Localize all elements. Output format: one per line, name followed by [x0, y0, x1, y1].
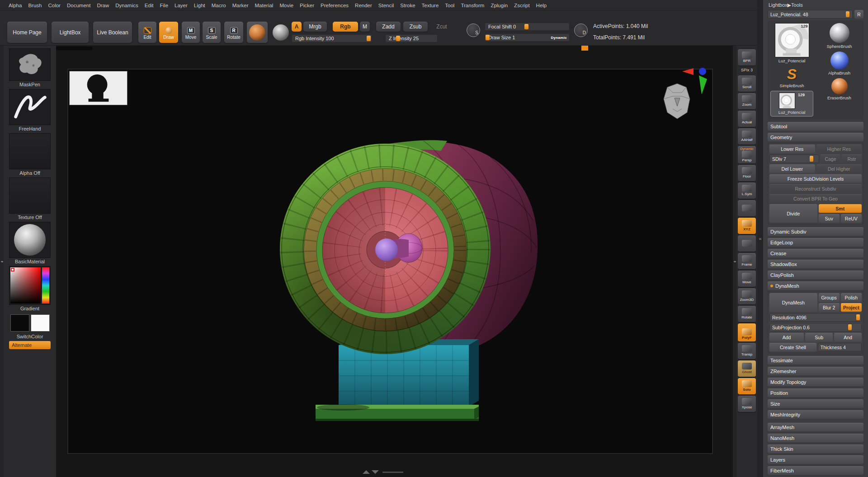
canvas-shelf-divider[interactable]: ◂▸	[733, 46, 736, 477]
section-crease[interactable]: Crease	[768, 249, 863, 257]
shelf-xyz[interactable]: XYZ	[738, 218, 756, 234]
shelf-zoom3d[interactable]: Zoom3D	[738, 288, 756, 304]
shelf-solo[interactable]: Solo	[738, 378, 756, 394]
shelf-spin-icon[interactable]	[738, 235, 756, 252]
and-toggle[interactable]: And	[834, 333, 862, 341]
lower-res-button[interactable]: Lower Res	[769, 145, 815, 153]
menu-transform[interactable]: Transform	[458, 3, 487, 8]
section-position[interactable]: Position	[768, 388, 863, 397]
shelf-aahalf[interactable]: AAHalf	[738, 128, 756, 145]
shelf-actual[interactable]: Actual	[738, 111, 756, 127]
section-thick-skin[interactable]: Thick Skin	[768, 444, 863, 453]
shelf-zoom[interactable]: Zoom	[738, 93, 756, 109]
rstr-button[interactable]: Rstr	[842, 154, 862, 163]
tool-item-alphabrush[interactable]: AlphaBrush	[818, 51, 861, 75]
menu-texture[interactable]: Texture	[419, 3, 442, 8]
section-geometry[interactable]: Geometry	[768, 133, 863, 141]
menu-color[interactable]: Color	[45, 3, 63, 8]
higher-res-button[interactable]: Higher Res	[816, 145, 862, 153]
alpha-picker[interactable]: Alpha Off	[9, 133, 51, 178]
rgb-button[interactable]: Rgb	[333, 22, 358, 32]
zcut-button[interactable]: Zcut	[430, 22, 453, 32]
section-tessimate[interactable]: Tessimate	[768, 356, 863, 365]
menu-picker[interactable]: Picker	[297, 3, 317, 8]
menu-render[interactable]: Render	[352, 3, 375, 8]
thickness-slider[interactable]: Thickness 4	[818, 343, 862, 351]
section-layers[interactable]: Layers	[768, 455, 863, 464]
tool-item-spherebrush[interactable]: SphereBrush	[818, 23, 861, 49]
tool-item-current-luz-potencial[interactable]: 129 Luz_Potencial	[770, 23, 813, 63]
section-zremesher[interactable]: ZRemesher	[768, 367, 863, 375]
menu-tool[interactable]: Tool	[442, 3, 458, 8]
a-toggle[interactable]: A	[292, 22, 302, 32]
menu-macro[interactable]: Macro	[208, 3, 229, 8]
section-nanomesh[interactable]: NanoMesh	[768, 434, 863, 442]
document-preview[interactable]	[69, 71, 127, 105]
dynamesh-button[interactable]: DynaMesh	[769, 293, 817, 312]
shelf-scroll[interactable]: Scroll	[738, 75, 756, 92]
tool-item-eraserbrush[interactable]: EraserBrush	[818, 78, 861, 100]
depth-curve-icon[interactable]: D	[574, 23, 588, 37]
section-arraymesh[interactable]: ArrayMesh	[768, 423, 863, 431]
reconstruct-subdiv-button[interactable]: Reconstruct Subdiv	[769, 184, 862, 193]
switch-color[interactable]: SwitchColor	[9, 313, 51, 341]
menu-preferences[interactable]: Preferences	[317, 3, 352, 8]
mrgb-button[interactable]: Mrgb	[303, 22, 327, 32]
shelf-rotate[interactable]: Rotate	[738, 306, 756, 322]
section-modify-topology[interactable]: Modify Topology	[768, 378, 863, 386]
project-toggle[interactable]: Project	[841, 303, 862, 312]
secondary-color-swatch[interactable]	[31, 314, 50, 332]
tool-item-simplebrush[interactable]: S SimpleBrush	[770, 66, 813, 88]
home-page-button[interactable]: Home Page	[7, 22, 47, 43]
live-boolean-button[interactable]: Live Boolean	[93, 22, 132, 43]
shelf-floor[interactable]: Floor	[738, 165, 756, 181]
shelf-xpose[interactable]: Xpose	[738, 396, 756, 412]
stroke-curve-icon[interactable]: S	[467, 23, 480, 37]
section-edgeloop[interactable]: EdgeLoop	[768, 238, 863, 247]
stroke-picker-maskpen[interactable]: MaskPen	[9, 48, 51, 89]
canvas-viewport[interactable]	[56, 46, 733, 477]
focal-shift-slider[interactable]: Focal Shift 0	[485, 23, 570, 31]
color-picker[interactable]: Gradient	[9, 266, 51, 313]
menu-material[interactable]: Material	[252, 3, 277, 8]
section-dynamic-subdiv[interactable]: Dynamic Subdiv	[768, 227, 863, 236]
zsub-button[interactable]: Zsub	[403, 22, 428, 32]
menu-stencil[interactable]: Stencil	[375, 3, 397, 8]
groups-toggle[interactable]: Groups	[819, 293, 840, 302]
del-higher-button[interactable]: Del Higher	[816, 164, 862, 173]
texture-picker[interactable]: Texture Off	[9, 178, 51, 222]
menu-dynamics[interactable]: Dynamics	[112, 3, 141, 8]
tool-item-luz-potencial-selected[interactable]: 129 Luz_Potencial	[770, 91, 813, 117]
menu-zplugin[interactable]: Zplugin	[487, 3, 511, 8]
section-fibermesh[interactable]: FiberMesh	[768, 466, 863, 475]
lightbox-button[interactable]: LightBox	[52, 22, 89, 43]
shelf-radial-sym-icon[interactable]	[738, 200, 756, 216]
subprojection-slider[interactable]: SubProjection 0.6	[769, 323, 862, 332]
section-shadowbox[interactable]: ShadowBox	[768, 260, 863, 268]
m-button[interactable]: M	[360, 22, 370, 32]
blur-slider[interactable]: Blur 2	[819, 303, 840, 312]
tray-breadcrumb[interactable]: Lightbox▶Tools	[768, 1, 863, 10]
shelf-bpr[interactable]: BPR	[738, 49, 756, 65]
freeze-subdivision-button[interactable]: Freeze SubDivision Levels	[769, 174, 862, 183]
menu-document[interactable]: Document	[64, 3, 94, 8]
suv-toggle[interactable]: Suv	[819, 214, 840, 223]
menu-edit[interactable]: Edit	[142, 3, 157, 8]
section-subtool[interactable]: Subtool	[768, 122, 863, 131]
zadd-button[interactable]: Zadd	[376, 22, 401, 32]
shelf-ghost[interactable]: Ghost	[738, 360, 756, 377]
menu-file[interactable]: File	[157, 3, 172, 8]
main-color-swatch[interactable]	[10, 314, 29, 332]
current-tool-slider[interactable]: Luz_Potencial. 48	[768, 10, 853, 19]
move-button[interactable]: M Move	[182, 22, 200, 43]
menu-movie[interactable]: Movie	[276, 3, 297, 8]
shelf-spix[interactable]: SPix 3	[738, 67, 756, 74]
sdiv-slider[interactable]: SDiv 7	[769, 154, 819, 163]
rgb-intensity-slider[interactable]: Rgb Intensity 100	[292, 34, 372, 42]
section-meshintegrity[interactable]: MeshIntegrity	[768, 410, 863, 419]
material-preview-button[interactable]	[271, 22, 290, 43]
menu-light[interactable]: Light	[191, 3, 208, 8]
create-shell-button[interactable]: Create Shell	[769, 343, 816, 351]
scale-button[interactable]: S Scale	[203, 22, 221, 43]
del-lower-button[interactable]: Del Lower	[769, 164, 815, 173]
